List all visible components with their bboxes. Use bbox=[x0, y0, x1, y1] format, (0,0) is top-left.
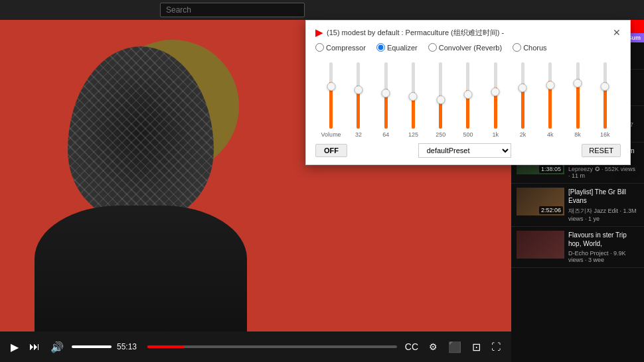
eq-knob-1k[interactable] bbox=[491, 88, 500, 96]
eq-band-32[interactable]: 32 bbox=[345, 62, 371, 138]
eq-reset-button[interactable]: RESET bbox=[582, 144, 621, 157]
figure-body bbox=[41, 46, 307, 332]
eq-knob-32[interactable] bbox=[354, 86, 362, 94]
eq-freq-label-16k: 16k bbox=[600, 131, 610, 138]
eq-freq-label-Volume: Volume bbox=[321, 131, 341, 138]
eq-knob-125[interactable] bbox=[409, 92, 418, 101]
eq-title-text: (15) modest by default : Permaculture (组… bbox=[327, 28, 609, 38]
eq-band-1k[interactable]: 1k bbox=[483, 62, 509, 138]
sidebar-item[interactable]: Flavours in ster Trip hop, World,D-Echo … bbox=[511, 227, 644, 268]
eq-track-16k bbox=[604, 62, 607, 129]
video-area: 组织难过时间 ▶ ⏭ 🔊 55:13 CC ⚙ ⬛ ⊡ ⛶ ▶ (15) mod… bbox=[0, 20, 511, 362]
eq-knob-8k[interactable] bbox=[574, 79, 582, 88]
eq-band-64[interactable]: 64 bbox=[373, 62, 399, 138]
eq-band-2k[interactable]: 2k bbox=[510, 62, 536, 138]
main-layout: 组织难过时间 ▶ ⏭ 🔊 55:13 CC ⚙ ⬛ ⊡ ⛶ ▶ (15) mod… bbox=[0, 20, 644, 362]
eq-knob-500[interactable] bbox=[463, 90, 472, 99]
play-button[interactable]: ▶ bbox=[8, 341, 21, 353]
fullscreen-button[interactable]: ⛶ bbox=[489, 341, 503, 352]
sidebar-duration: 1:38:05 bbox=[539, 165, 563, 173]
eq-knob-2k[interactable] bbox=[519, 84, 527, 92]
settings-button[interactable]: ⚙ bbox=[426, 341, 440, 352]
eq-freq-label-500: 500 bbox=[463, 131, 473, 138]
eq-track-1k bbox=[494, 62, 497, 129]
keffiyeh-pattern bbox=[68, 46, 214, 219]
eq-track-8k bbox=[576, 62, 580, 129]
eq-band-8k[interactable]: 8k bbox=[564, 62, 590, 138]
volume-icon[interactable]: 🔊 bbox=[48, 341, 66, 353]
equalizer-radio[interactable] bbox=[376, 43, 385, 52]
sidebar-meta: Lepreezy ✪ · 552K views · 11 m bbox=[568, 166, 639, 179]
miniplayer-button[interactable]: ⊡ bbox=[469, 341, 483, 353]
eq-knob-250[interactable] bbox=[436, 95, 445, 104]
eq-track-32 bbox=[357, 62, 360, 129]
eq-band-250[interactable]: 250 bbox=[428, 62, 453, 138]
eq-freq-label-2k: 2k bbox=[520, 131, 526, 138]
time-display: 55:13 bbox=[117, 342, 137, 351]
search-input[interactable] bbox=[166, 5, 299, 15]
eq-bottom-row: OFF defaultPresetBass BoostTreble BoostV… bbox=[315, 143, 621, 158]
cc-button[interactable]: CC bbox=[402, 341, 421, 352]
eq-preset-select[interactable]: defaultPresetBass BoostTreble BoostVocal… bbox=[418, 143, 511, 158]
eq-band-16k[interactable]: 16k bbox=[592, 62, 618, 138]
eq-radio-row: Compressor Equalizer Convolver (Reverb) … bbox=[315, 43, 621, 52]
convolver-radio-label[interactable]: Convolver (Reverb) bbox=[428, 43, 502, 52]
eq-title-bar: ▶ (15) modest by default : Permaculture … bbox=[315, 27, 621, 38]
eq-track-125 bbox=[412, 62, 415, 129]
theater-button[interactable]: ⬛ bbox=[445, 341, 464, 353]
sidebar-thumb bbox=[517, 231, 564, 259]
shoulder-shape bbox=[35, 206, 247, 332]
chorus-radio[interactable] bbox=[513, 43, 521, 52]
eq-band-125[interactable]: 125 bbox=[400, 62, 426, 138]
equalizer-popup: ▶ (15) modest by default : Permaculture … bbox=[305, 20, 631, 165]
sidebar-info: Flavours in ster Trip hop, World,D-Echo … bbox=[568, 231, 639, 263]
sidebar-info: [Playlist] The Gr Bill Evans재즈기자 Jazz Ed… bbox=[568, 188, 639, 222]
eq-knob-16k[interactable] bbox=[601, 82, 609, 91]
progress-bar[interactable] bbox=[147, 345, 397, 348]
sidebar-meta: 재즈기자 Jazz Edit · 1.3M views · 1 ye bbox=[568, 207, 639, 222]
eq-freq-label-32: 32 bbox=[355, 131, 362, 138]
sidebar-title: [Playlist] The Gr Bill Evans bbox=[568, 188, 639, 205]
eq-close-button[interactable]: ✕ bbox=[613, 27, 621, 38]
eq-track-Volume bbox=[329, 62, 333, 129]
eq-track-64 bbox=[384, 62, 388, 129]
eq-freq-label-64: 64 bbox=[382, 131, 389, 138]
sidebar-duration: 2:52:06 bbox=[539, 206, 563, 214]
eq-band-4k[interactable]: 4k bbox=[537, 62, 563, 138]
eq-track-2k bbox=[521, 62, 524, 129]
progress-fill bbox=[147, 345, 185, 348]
eq-band-Volume[interactable]: Volume bbox=[318, 62, 344, 138]
compressor-radio[interactable] bbox=[315, 43, 324, 52]
sidebar-title: Flavours in ster Trip hop, World, bbox=[568, 231, 639, 248]
yt-logo-icon: ▶ bbox=[315, 27, 323, 38]
eq-knob-Volume[interactable] bbox=[327, 82, 335, 91]
eq-sliders-wrapper: Volume32641252505001k2k4k8k16k bbox=[315, 58, 621, 138]
sidebar-thumb: 2:52:06 bbox=[517, 188, 564, 215]
next-button[interactable]: ⏭ bbox=[27, 341, 42, 353]
eq-knob-4k[interactable] bbox=[546, 81, 554, 90]
eq-knob-64[interactable] bbox=[382, 89, 390, 97]
search-container[interactable] bbox=[160, 3, 305, 17]
head-shape bbox=[68, 46, 214, 219]
video-controls-bar: ▶ ⏭ 🔊 55:13 CC ⚙ ⬛ ⊡ ⛶ bbox=[0, 332, 511, 362]
equalizer-radio-label[interactable]: Equalizer bbox=[376, 43, 418, 52]
compressor-radio-label[interactable]: Compressor bbox=[315, 43, 366, 52]
sidebar-meta: D-Echo Project · 9.9K views · 3 wee bbox=[568, 250, 639, 263]
eq-freq-label-1k: 1k bbox=[492, 131, 499, 138]
eq-track-500 bbox=[466, 62, 469, 129]
sidebar-item[interactable]: 2:52:06[Playlist] The Gr Bill Evans재즈기자 … bbox=[511, 184, 644, 227]
eq-freq-label-8k: 8k bbox=[574, 131, 581, 138]
eq-track-4k bbox=[548, 62, 552, 129]
eq-freq-label-250: 250 bbox=[436, 131, 445, 138]
eq-freq-label-125: 125 bbox=[408, 131, 418, 138]
top-bar bbox=[0, 0, 644, 20]
eq-band-500[interactable]: 500 bbox=[455, 62, 481, 138]
volume-slider[interactable] bbox=[72, 345, 112, 348]
eq-off-button[interactable]: OFF bbox=[315, 144, 347, 157]
convolver-radio[interactable] bbox=[428, 43, 437, 52]
eq-freq-label-4k: 4k bbox=[547, 131, 554, 138]
eq-track-250 bbox=[439, 62, 442, 129]
chorus-radio-label[interactable]: Chorus bbox=[513, 43, 546, 52]
